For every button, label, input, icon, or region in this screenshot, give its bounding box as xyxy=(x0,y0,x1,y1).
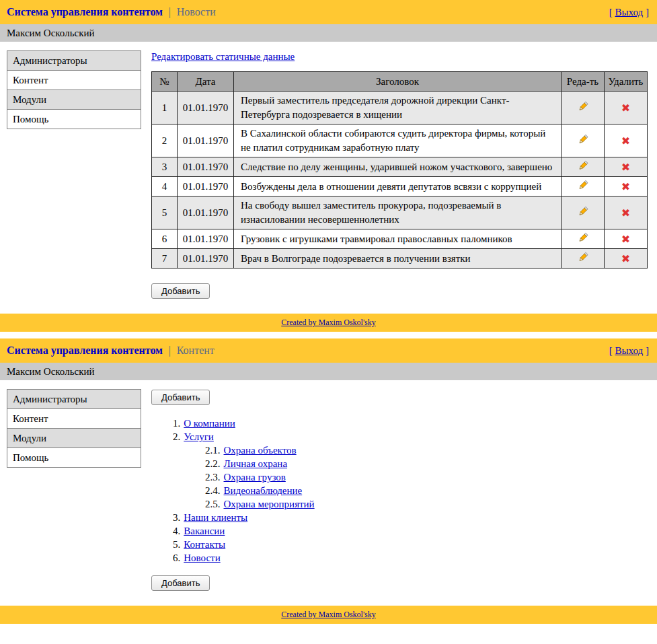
sidebar-item-help[interactable]: Помощь xyxy=(7,109,141,129)
delete-cell: ✖ xyxy=(605,157,648,177)
row-title: Первый заместитель председателя дорожной… xyxy=(234,92,562,124)
content-item: 2.1.Охрана объектов xyxy=(205,443,648,457)
item-number: 5. xyxy=(173,539,180,550)
row-date: 01.01.1970 xyxy=(178,124,234,157)
table-row: 5 01.01.1970 На свободу вышел заместител… xyxy=(152,196,648,229)
row-date: 01.01.1970 xyxy=(178,229,234,249)
logout-label: Выход xyxy=(615,345,644,356)
edit-icon[interactable] xyxy=(578,101,588,112)
table-row: 6 01.01.1970 Грузовик с игрушками травми… xyxy=(152,229,648,249)
row-number: 3 xyxy=(152,157,178,177)
logout-link[interactable]: [ Выход ] xyxy=(609,345,649,357)
app-title: Система управления контентом xyxy=(7,345,163,356)
content-page-link[interactable]: Охрана объектов xyxy=(224,445,297,456)
sidebar-item-administrators[interactable]: Администраторы xyxy=(7,389,141,409)
logout-bracket-close: ] xyxy=(643,345,649,356)
sidebar-item-help[interactable]: Помощь xyxy=(7,448,141,468)
content-page-link[interactable]: Видеонаблюдение xyxy=(224,485,303,496)
content-page-link[interactable]: Контакты xyxy=(184,539,225,550)
content-item: 4.Вакансии xyxy=(173,524,648,538)
content-page-link[interactable]: Вакансии xyxy=(184,526,225,536)
logout-link[interactable]: [ Выход ] xyxy=(609,7,649,18)
add-content-button-bottom[interactable]: Добавить xyxy=(151,575,210,591)
credits-link[interactable]: Created by Maxim Oskol'sky xyxy=(281,610,375,620)
delete-icon[interactable]: ✖ xyxy=(621,207,630,219)
add-news-button[interactable]: Добавить xyxy=(151,283,210,299)
item-number: 3. xyxy=(173,512,180,523)
row-date: 01.01.1970 xyxy=(178,92,234,124)
sidebar-item-content[interactable]: Контент xyxy=(7,70,141,90)
row-title: Врач в Волгограде подозревается в получе… xyxy=(234,249,562,269)
row-title: Возбуждены дела в отношении девяти депут… xyxy=(234,177,562,196)
content-item: 2.5.Охрана мероприятий xyxy=(205,497,648,511)
title-separator: | xyxy=(169,345,171,356)
row-date: 01.01.1970 xyxy=(178,196,234,229)
app-header-news: Система управления контентом | Новости [… xyxy=(0,0,657,24)
news-layout: Администраторы Контент Модули Помощь Ред… xyxy=(0,42,657,299)
edit-cell xyxy=(562,157,605,177)
content-main: Добавить 1.О компании 2.Услуги 2.1.Охран… xyxy=(151,389,648,591)
edit-icon[interactable] xyxy=(578,134,588,145)
delete-icon[interactable]: ✖ xyxy=(621,102,630,114)
edit-icon[interactable] xyxy=(578,252,588,262)
row-number: 7 xyxy=(152,249,178,269)
content-page-link[interactable]: Услуги xyxy=(184,431,214,442)
content-item: 2.2.Личная охрана xyxy=(205,457,648,470)
credits-link[interactable]: Created by Maxim Oskol'sky xyxy=(281,318,375,328)
edit-icon[interactable] xyxy=(578,206,588,217)
delete-cell: ✖ xyxy=(605,229,648,249)
sidebar-item-administrators[interactable]: Администраторы xyxy=(7,50,141,71)
user-bar-content: Максим Оскольский xyxy=(0,363,657,380)
item-number: 2.2. xyxy=(205,458,221,469)
table-row: 1 01.01.1970 Первый заместитель председа… xyxy=(152,92,648,124)
content-page-link[interactable]: Личная охрана xyxy=(224,458,288,469)
logout-bracket-open: [ xyxy=(609,7,615,17)
delete-icon[interactable]: ✖ xyxy=(621,180,630,193)
header-title-group: Система управления контентом | Контент xyxy=(7,345,215,357)
content-page-link[interactable]: Охрана грузов xyxy=(224,472,286,482)
content-page-link[interactable]: Новости xyxy=(184,552,220,563)
sidebar-item-modules[interactable]: Модули xyxy=(7,90,141,110)
content-item: 6.Новости xyxy=(173,551,648,565)
delete-icon[interactable]: ✖ xyxy=(621,161,630,174)
delete-icon[interactable]: ✖ xyxy=(621,252,630,265)
sidebar-item-modules[interactable]: Модули xyxy=(7,428,141,448)
table-header-row: № Дата Заголовок Реда-ть Удалить xyxy=(152,72,648,92)
edit-icon[interactable] xyxy=(578,160,588,171)
table-row: 2 01.01.1970 В Сахалинской области собир… xyxy=(152,124,648,157)
delete-icon[interactable]: ✖ xyxy=(621,233,630,246)
sidebar-menu-content: Администраторы Контент Модули Помощь xyxy=(7,389,141,468)
row-title: На свободу вышел заместитель прокурора, … xyxy=(234,196,562,229)
col-header-number: № xyxy=(152,72,178,92)
content-page-link[interactable]: О компании xyxy=(184,418,235,429)
edit-static-data-link[interactable]: Редактировать статичные данные xyxy=(151,51,295,63)
content-item: 2.4.Видеонаблюдение xyxy=(205,484,648,497)
item-number: 1. xyxy=(173,418,180,429)
content-item: 5.Контакты xyxy=(173,538,648,551)
content-item: 2.Услуги xyxy=(173,430,648,443)
edit-cell xyxy=(562,177,605,196)
edit-cell xyxy=(562,229,605,249)
content-item: 3.Наши клиенты xyxy=(173,511,648,524)
content-page-link[interactable]: Наши клиенты xyxy=(184,512,247,523)
col-header-date: Дата xyxy=(178,72,234,92)
edit-cell xyxy=(562,92,605,124)
delete-icon[interactable]: ✖ xyxy=(621,135,630,147)
sidebar-item-content[interactable]: Контент xyxy=(7,408,141,429)
header-title-group: Система управления контентом | Новости xyxy=(7,6,216,18)
edit-icon[interactable] xyxy=(578,232,588,243)
row-title: Грузовик с игрушками травмировал правосл… xyxy=(234,229,562,249)
delete-cell: ✖ xyxy=(605,92,648,124)
row-date: 01.01.1970 xyxy=(178,249,234,269)
content-tree: 1.О компании 2.Услуги 2.1.Охрана объекто… xyxy=(151,417,648,565)
edit-cell xyxy=(562,249,605,269)
edit-icon[interactable] xyxy=(578,180,588,190)
delete-cell: ✖ xyxy=(605,177,648,196)
delete-cell: ✖ xyxy=(605,249,648,269)
item-number: 2.5. xyxy=(205,499,221,509)
col-header-title: Заголовок xyxy=(234,72,562,92)
item-number: 2.4. xyxy=(205,485,221,496)
content-page-link[interactable]: Охрана мероприятий xyxy=(224,499,315,509)
section-name-news: Новости xyxy=(177,6,216,17)
add-content-button-top[interactable]: Добавить xyxy=(151,390,210,405)
